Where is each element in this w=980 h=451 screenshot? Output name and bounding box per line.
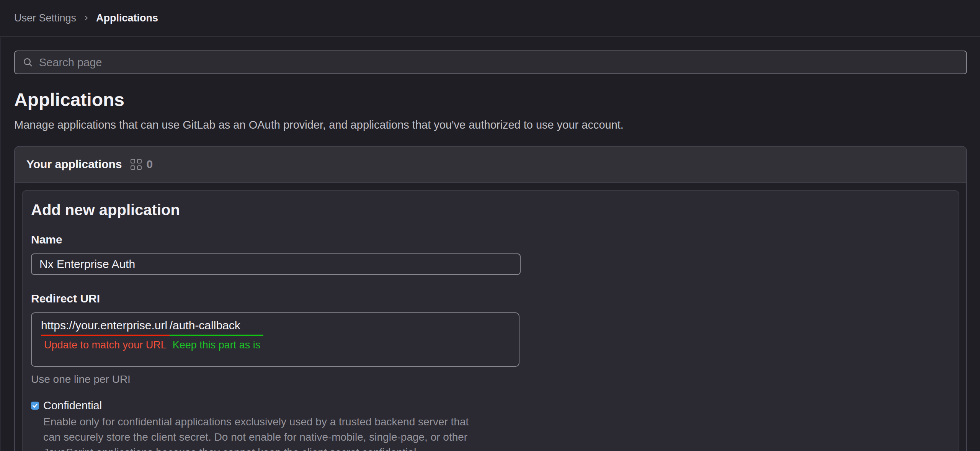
your-applications-card: Your applications 0 Add new application …: [14, 146, 967, 451]
confidential-checkbox-input[interactable]: [31, 402, 39, 410]
breadcrumb-user-settings[interactable]: User Settings: [14, 12, 76, 24]
window-left-edge: [0, 38, 1, 451]
your-applications-header: Your applications 0: [15, 147, 966, 183]
add-application-title: Add new application: [31, 201, 950, 219]
main-content: Applications Manage applications that ca…: [0, 51, 980, 451]
uri-base-annotation: Update to match your URL: [41, 339, 170, 351]
name-input[interactable]: [31, 253, 521, 275]
confidential-description-line: Enable only for confidential application…: [43, 414, 950, 430]
redirect-uri-helper: Use one line per URI: [31, 373, 950, 386]
uri-path-annotation: Keep this part as is: [170, 339, 264, 351]
uri-path-segment: /auth-callback Keep this part as is: [170, 318, 264, 351]
your-applications-body: Add new application Name Redirect URI ht…: [15, 183, 966, 451]
page-title: Applications: [14, 89, 967, 111]
confidential-label[interactable]: Confidential: [43, 399, 102, 412]
confidential-row: Confidential: [31, 399, 950, 412]
redirect-uri-label: Redirect URI: [31, 292, 950, 306]
add-application-panel: Add new application Name Redirect URI ht…: [22, 190, 959, 451]
confidential-description-line: JavaScript applications because they can…: [43, 445, 950, 451]
search-box[interactable]: [14, 51, 967, 74]
confidential-description: Enable only for confidential application…: [43, 414, 950, 451]
applications-grid-icon: [131, 159, 142, 170]
chevron-right-icon: [82, 14, 90, 22]
applications-count-badge: 0: [146, 158, 153, 171]
breadcrumb: User Settings Applications: [0, 0, 980, 37]
name-label: Name: [31, 233, 950, 247]
uri-base-segment: https://your.enterprise.url Update to ma…: [41, 318, 170, 351]
confidential-checkbox[interactable]: [31, 402, 39, 410]
your-applications-title: Your applications: [26, 158, 122, 171]
redirect-uri-value: https://your.enterprise.url Update to ma…: [41, 318, 510, 351]
uri-path-text: /auth-callback: [170, 318, 264, 336]
redirect-uri-textarea[interactable]: https://your.enterprise.url Update to ma…: [31, 312, 519, 367]
search-input[interactable]: [39, 56, 959, 69]
breadcrumb-applications: Applications: [96, 12, 158, 24]
confidential-description-line: can securely store the client secret. Do…: [43, 430, 950, 445]
page-description: Manage applications that can use GitLab …: [14, 118, 967, 132]
uri-base-text: https://your.enterprise.url: [41, 318, 170, 336]
search-icon: [23, 57, 33, 68]
